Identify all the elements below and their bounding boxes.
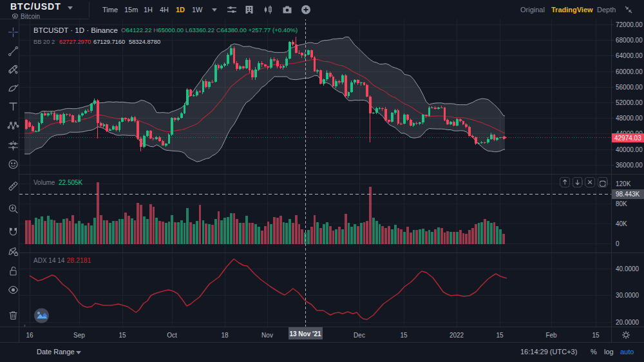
svg-text:120K: 120K [616,180,631,187]
svg-text:15: 15 [400,332,408,339]
svg-text:52000.00: 52000.00 [616,99,643,106]
svg-text:Sep: Sep [73,332,85,339]
svg-text:72000.00: 72000.00 [616,21,643,28]
svg-text:O64122.22 H65000.00 L63360.22: O64122.22 H65000.00 L63360.22 C64380.00 … [121,26,298,33]
svg-text:2022: 2022 [450,332,464,339]
svg-text:BTCUSDT · 1D · Binance: BTCUSDT · 1D · Binance [33,26,118,34]
svg-text:67129.7160: 67129.7160 [93,39,125,45]
svg-text:48000.00: 48000.00 [616,115,643,122]
svg-text:56000.00: 56000.00 [616,84,643,91]
svg-text:20.0000: 20.0000 [616,319,639,326]
svg-text:15: 15 [496,332,504,339]
svg-text:15: 15 [118,332,126,339]
svg-text:40K: 40K [616,220,627,227]
svg-text:0: 0 [616,240,620,247]
svg-text:‹: ‹ [24,323,26,329]
svg-text:22.505K: 22.505K [59,179,83,186]
svg-text:98.443K: 98.443K [616,191,640,198]
svg-text:42974.03: 42974.03 [614,135,641,142]
svg-text:Volume: Volume [33,179,55,186]
svg-text:40000.00: 40000.00 [616,146,643,153]
svg-text:40.0000: 40.0000 [616,265,639,272]
svg-text:13 Nov '21: 13 Nov '21 [289,330,321,338]
svg-text:18: 18 [221,332,229,339]
svg-text:60000.00: 60000.00 [616,68,643,75]
svg-text:30.0000: 30.0000 [616,292,639,299]
svg-text:68000.00: 68000.00 [616,37,643,44]
svg-text:36000.00: 36000.00 [616,162,643,169]
svg-text:28.2181: 28.2181 [67,256,91,264]
svg-text:Oct: Oct [167,332,177,339]
svg-text:58324.8780: 58324.8780 [129,39,160,45]
svg-text:62727.2970: 62727.2970 [59,39,91,45]
svg-text:ADX 14 14: ADX 14 14 [33,257,65,264]
svg-text:15: 15 [592,332,600,339]
svg-text:Nov: Nov [261,332,273,339]
svg-text:Feb: Feb [545,332,557,339]
svg-text:Dec: Dec [354,332,365,339]
svg-text:64000.00: 64000.00 [616,52,643,59]
svg-text:16: 16 [26,332,33,339]
svg-text:BB 20 2: BB 20 2 [33,39,55,45]
svg-text:80K: 80K [616,200,627,207]
